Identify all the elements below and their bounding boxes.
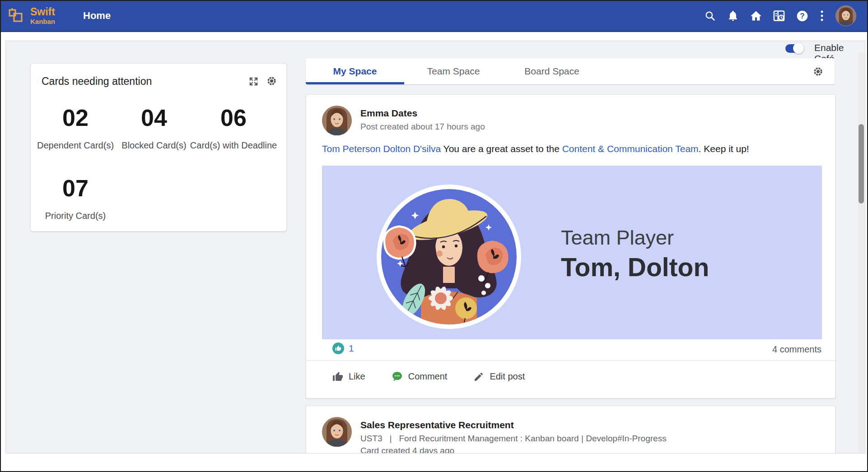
author-avatar[interactable] — [322, 106, 352, 135]
logo-kanban: Kanban — [30, 18, 55, 25]
scrollbar-track[interactable] — [858, 52, 864, 453]
tab-board-space[interactable]: Board Space — [503, 58, 601, 84]
post-message: Tom Peterson Dolton D'silva You are a gr… — [322, 143, 819, 154]
comments-count-link[interactable]: 4 comments — [772, 344, 821, 355]
card-title[interactable]: Sales Representative Recruitment — [360, 420, 514, 430]
board-timer-icon[interactable] — [773, 9, 785, 22]
user-avatar[interactable] — [835, 5, 856, 26]
nav-icons: ? — [704, 5, 856, 26]
stat-label: Card(s) with Deadline — [183, 140, 284, 151]
stat-value: 02 — [33, 102, 117, 134]
swiftkanban-window: Swift Kanban Home — [0, 0, 868, 472]
team-player-illustration — [372, 180, 526, 333]
card-id: UST3 — [360, 434, 383, 443]
feed-post-team-player: Emma Dates Post created about 17 hours a… — [306, 94, 835, 398]
tab-my-space[interactable]: My Space — [306, 58, 404, 84]
like-count: 1 — [349, 343, 354, 354]
stat-value: 06 — [183, 102, 284, 134]
help-icon[interactable]: ? — [796, 9, 808, 22]
like-count-badge[interactable]: 1 — [332, 342, 354, 354]
thumb-up-icon — [332, 371, 343, 382]
message-text: You are a great asset to the — [441, 143, 562, 154]
gear-icon[interactable] — [812, 65, 824, 77]
action-label: Like — [349, 371, 365, 382]
workspace-panel: Enable Café Cards needing attention — [5, 41, 865, 453]
cards-needing-attention-widget: Cards needing attention 02 Dependent Car… — [30, 63, 287, 231]
action-label: Comment — [408, 371, 448, 382]
edit-post-button[interactable]: Edit post — [473, 371, 525, 382]
search-icon[interactable] — [704, 9, 716, 22]
svg-text:?: ? — [800, 12, 804, 20]
like-button[interactable]: Like — [332, 371, 365, 382]
tab-label: My Space — [333, 66, 377, 76]
top-nav-bar: Swift Kanban Home — [1, 1, 867, 32]
stat-value: 07 — [33, 172, 117, 204]
tab-label: Board Space — [524, 66, 579, 76]
expand-icon[interactable] — [247, 75, 259, 87]
author-name: Emma Dates — [360, 108, 417, 119]
stat-label: Priority Card(s) — [33, 211, 117, 221]
feed-post-sales-recruitment[interactable]: Sales Representative Recruitment UST3|Fo… — [306, 406, 835, 453]
tab-label: Team Space — [427, 66, 480, 76]
logo-swift: Swift — [30, 7, 55, 17]
logo-text: Swift Kanban — [30, 7, 55, 25]
comment-bubble-icon — [392, 371, 403, 382]
scrollbar-thumb[interactable] — [859, 124, 864, 204]
card-meta: UST3|Ford Recuritment Management : Kanba… — [360, 434, 667, 444]
banner-subtitle: Tom, Dolton — [561, 252, 709, 282]
home-icon[interactable] — [750, 9, 762, 22]
stat-deadline-cards: 06 Card(s) with Deadline — [183, 102, 284, 151]
message-text-end: . Keep it up! — [699, 143, 749, 154]
active-tab-underline — [306, 82, 404, 84]
notifications-icon[interactable] — [727, 9, 739, 22]
space-tabs: My Space Team Space Board Space — [306, 58, 835, 84]
tab-team-space[interactable]: Team Space — [404, 58, 503, 84]
stat-priority-cards: 07 Priority Card(s) — [33, 172, 117, 221]
gear-icon[interactable] — [266, 75, 277, 87]
card-created-timestamp: Card created 4 days ago — [360, 446, 454, 453]
stat-label: Dependent Card(s) — [33, 140, 117, 151]
board-path: Ford Recuritment Management : Kanban boa… — [399, 434, 667, 443]
toggle-knob — [793, 43, 804, 54]
app-logo[interactable]: Swift Kanban — [8, 6, 55, 26]
stat-dependent-cards: 02 Dependent Card(s) — [33, 102, 117, 151]
post-actions: Like Comment Edit post — [332, 371, 525, 382]
pencil-icon — [473, 371, 484, 382]
author-avatar[interactable] — [322, 417, 352, 447]
widget-title: Cards needing attention — [42, 75, 152, 88]
team-link[interactable]: Content & Communication Team — [562, 143, 699, 154]
meta-separator: | — [390, 434, 392, 443]
mention-link[interactable]: Tom Peterson Dolton D'silva — [322, 143, 441, 154]
post-timestamp: Post created about 17 hours ago — [360, 122, 485, 132]
comment-button[interactable]: Comment — [392, 371, 448, 382]
enable-cafe-toggle[interactable] — [785, 44, 803, 53]
divider — [306, 361, 835, 361]
more-menu-icon[interactable] — [819, 9, 825, 22]
thumb-up-badge-icon — [332, 342, 344, 354]
team-player-banner: Team Player Tom, Dolton — [322, 166, 822, 339]
action-label: Edit post — [490, 371, 525, 382]
kanban-logo-icon — [8, 6, 26, 26]
banner-title: Team Player — [561, 226, 674, 250]
page-title: Home — [83, 10, 111, 22]
